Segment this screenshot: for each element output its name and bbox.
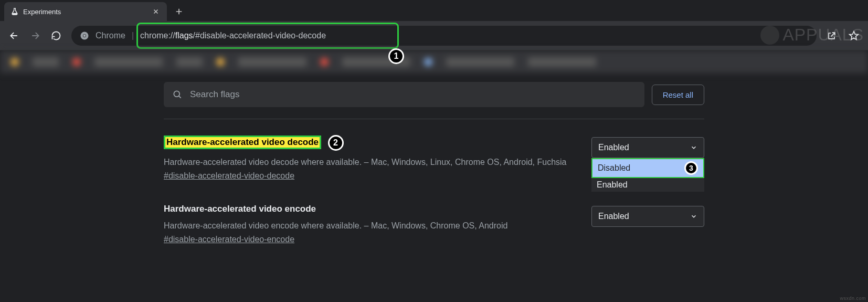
option-enabled[interactable]: Enabled <box>591 178 704 192</box>
reset-all-button[interactable]: Reset all <box>652 85 704 105</box>
browser-tab[interactable]: Experiments <box>4 2 167 21</box>
search-icon <box>172 89 183 100</box>
flag-hash-link[interactable]: #disable-accelerated-video-decode <box>164 171 294 181</box>
flag-select-dropdown: Disabled 3 Enabled <box>591 158 704 192</box>
flag-select[interactable]: Enabled <box>591 206 704 227</box>
svg-point-3 <box>174 91 179 97</box>
new-tab-button[interactable] <box>171 4 187 19</box>
share-icon[interactable] <box>823 27 841 45</box>
flag-select[interactable]: Enabled <box>591 137 704 158</box>
chrome-icon <box>80 31 89 40</box>
source-credit: wsxdn.com <box>840 296 866 301</box>
bookmark-bar <box>0 50 868 74</box>
flag-item: Hardware-accelerated video decode 2 Hard… <box>164 135 704 181</box>
tab-strip: Experiments <box>0 0 868 21</box>
search-placeholder: Search flags <box>190 89 240 100</box>
flag-title: Hardware-accelerated video encode <box>164 204 316 214</box>
close-icon[interactable] <box>151 7 161 16</box>
forward-button[interactable] <box>26 27 44 45</box>
omnibox-protocol-label: Chrome <box>96 31 125 40</box>
address-bar[interactable]: Chrome | chrome://flags/#disable-acceler… <box>71 26 817 46</box>
chevron-down-icon <box>690 144 697 151</box>
omnibox-url: chrome://flags/#disable-accelerated-vide… <box>140 31 326 40</box>
flag-description: Hardware-accelerated video decode where … <box>164 156 576 168</box>
tab-title: Experiments <box>23 8 147 16</box>
browser-toolbar: Chrome | chrome://flags/#disable-acceler… <box>0 21 868 50</box>
annotation-badge-3: 3 <box>684 161 698 175</box>
flag-description: Hardware-accelerated video encode where … <box>164 220 576 232</box>
option-disabled[interactable]: Disabled 3 <box>591 158 704 178</box>
flag-hash-link[interactable]: #disable-accelerated-video-encode <box>164 235 294 244</box>
select-value: Enabled <box>598 143 629 152</box>
back-button[interactable] <box>5 27 23 45</box>
select-value: Enabled <box>598 212 629 221</box>
chevron-down-icon <box>690 213 697 220</box>
search-flags-input[interactable]: Search flags <box>164 82 644 107</box>
flag-title: Hardware-accelerated video decode <box>164 136 321 149</box>
annotation-badge-2: 2 <box>328 135 344 151</box>
svg-point-2 <box>83 35 85 36</box>
page-content: Search flags Reset all Hardware-accelera… <box>0 74 868 302</box>
flag-item: Hardware-accelerated video encode Hardwa… <box>164 204 704 244</box>
annotation-badge-1: 1 <box>388 48 404 64</box>
star-icon[interactable] <box>845 27 863 45</box>
reload-button[interactable] <box>47 27 65 45</box>
flask-icon <box>10 7 19 16</box>
